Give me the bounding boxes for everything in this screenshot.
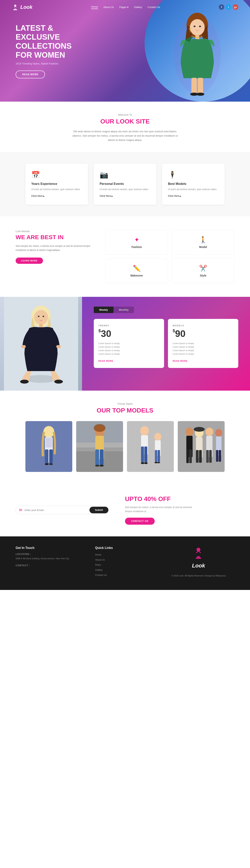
footer-contact-label: CONTACT : [15, 564, 87, 567]
logo[interactable]: Look [12, 3, 32, 10]
fashion-icon: ✦ [134, 236, 139, 244]
svg-rect-7 [191, 78, 197, 93]
nav-contact[interactable]: Contact Us [148, 6, 160, 9]
footer-link-plans[interactable]: Plans [95, 563, 155, 566]
svg-point-47 [140, 426, 149, 436]
svg-point-58 [157, 462, 160, 463]
twitter-link[interactable]: t [226, 4, 231, 10]
feature-card-1: 📷 Personal Events Ul enim ad minima veni… [94, 164, 156, 205]
email-input[interactable] [25, 509, 89, 512]
pricing-plan-0: TRENDY [98, 324, 159, 327]
feature-title-1: Personal Events [100, 182, 150, 186]
feature-icon-1: 📷 [100, 171, 150, 179]
svg-point-11 [189, 28, 191, 30]
best-card-makeover: ✏️ Makeover [105, 258, 168, 283]
svg-point-17 [38, 316, 39, 317]
models-subtitle: Trendy Styles [12, 402, 238, 405]
newsletter-submit-button[interactable]: Submit [89, 507, 108, 513]
svg-point-20 [20, 380, 29, 383]
footer-link-contact[interactable]: Contact Us [95, 573, 155, 577]
pricing-left-image [0, 297, 82, 391]
feature-title-2: Best Models [168, 182, 219, 186]
footer-link-home[interactable]: Home [95, 553, 155, 556]
svg-rect-41 [100, 450, 103, 465]
svg-point-3 [190, 19, 205, 36]
feature-link-0[interactable]: Click Here [31, 195, 44, 197]
pricing-price-0: $30 [98, 328, 159, 339]
svg-rect-68 [196, 450, 199, 463]
pricing-features-1: Lorem Ipsum is simply Lorem Ipsum is sim… [173, 342, 233, 355]
pricing-tabs: Weekly Monthly [94, 307, 134, 313]
models-title: OUR TOP MODELS [12, 407, 238, 414]
svg-rect-63 [186, 450, 189, 463]
svg-point-53 [154, 433, 161, 441]
svg-point-4 [193, 26, 195, 27]
best-card-style: ✂️ Style [172, 258, 235, 283]
footer-link-about[interactable]: About Us [95, 558, 155, 561]
email-icon: ✉ [19, 508, 22, 513]
pricing-price-1: $90 [173, 328, 233, 339]
svg-rect-46 [127, 421, 174, 472]
hero-title: LATEST & EXCLUSIVE COLLECTIONS FOR WOMEN [15, 24, 90, 59]
footer-logo-icon [193, 546, 204, 561]
nav-gallery[interactable]: Gallery [134, 6, 142, 9]
feature-icon-0: 📅 [31, 171, 82, 179]
nav-pages[interactable]: Pages ▾ [119, 6, 128, 9]
best-cta-button[interactable]: LEARN MORE [15, 257, 43, 264]
offer-description: Sed semper leo metus, a lacinia eros sem… [125, 505, 195, 513]
model-card-4 [178, 421, 225, 472]
pricing-cta-0[interactable]: READ MORE [98, 360, 113, 362]
welcome-subtitle: Welcome To [20, 113, 230, 116]
svg-point-32 [49, 463, 53, 465]
pricing-feature-0-1: Lorem Ipsum is simply [98, 346, 159, 348]
feature-link-2[interactable]: Click Here [168, 195, 181, 197]
features-grid: 📅 Years Experience Ul enim ad minima ven… [15, 164, 235, 205]
footer-grid: Get In Touch LOCATION : 8088 4 4th block… [15, 546, 235, 578]
best-card-label-makeover: Makeover [130, 274, 143, 277]
feature-title-0: Years Experience [31, 182, 82, 186]
best-card-label-style: Style [200, 274, 206, 277]
style-icon: ✂️ [199, 265, 207, 272]
nav-about[interactable]: About Us [103, 6, 114, 9]
pricing-cta-1[interactable]: READ MORE [173, 360, 187, 362]
pricing-tab-monthly[interactable]: Monthly [114, 307, 134, 313]
facebook-link[interactable]: f [219, 4, 224, 10]
footer-location-value: 8088 4 4th block building, Honey Avenue.… [15, 557, 87, 561]
svg-point-16 [34, 310, 48, 325]
svg-point-42 [95, 465, 99, 467]
svg-point-66 [194, 427, 205, 432]
pricing-cards: TRENDY $30 Lorem Ipsum is simply Lorem I… [94, 319, 238, 368]
best-card-label-fashion: Fashion [131, 245, 142, 249]
nav-links: Home About Us Pages ▾ Gallery Contact Us [91, 5, 160, 9]
model-card-3 [127, 421, 174, 472]
svg-rect-49 [141, 446, 144, 462]
contact-us-button[interactable]: CONTACT US [125, 518, 155, 525]
footer-links-list: Home About Us Plans Gallery Contact Us [95, 553, 155, 577]
makeover-icon: ✏️ [133, 265, 140, 272]
nav-home[interactable]: Home [91, 5, 98, 9]
svg-point-44 [94, 424, 105, 432]
svg-point-10 [196, 93, 204, 96]
best-card-label-model: Model [199, 245, 207, 249]
svg-rect-73 [209, 450, 212, 463]
feature-desc-1: Ul enim ad minima veniam, quis nostrum u… [100, 188, 150, 191]
pricing-feature-1-0: Lorem Ipsum is simply [173, 342, 233, 344]
feature-icon-2: 🕴️ [168, 171, 219, 179]
footer-link-gallery[interactable]: Gallery [95, 568, 155, 571]
svg-rect-29 [45, 450, 49, 463]
feature-card-2: 🕴️ Best Models Ul enim ad minima veniam,… [162, 164, 225, 205]
model-card-2 [76, 421, 123, 472]
nav-social: f t g+ [219, 4, 238, 10]
hero-cta-button[interactable]: READ MORE [15, 70, 45, 79]
logo-icon [12, 3, 19, 10]
pricing-tab-weekly[interactable]: Weekly [94, 307, 114, 313]
model-card-1 [25, 421, 72, 472]
footer-copyright: © 2018 Look. All Rights Reserved | Desig… [171, 574, 226, 578]
svg-rect-64 [189, 450, 192, 463]
pricing-feature-0-0: Lorem Ipsum is simply [98, 342, 159, 344]
feature-link-1[interactable]: Click Here [100, 195, 113, 197]
pricing-feature-1-1: Lorem Ipsum is simply [173, 346, 233, 348]
googleplus-link[interactable]: g+ [233, 4, 238, 10]
footer-links-title: Quick Links [95, 546, 155, 550]
footer-contact-title: Get In Touch [15, 546, 87, 550]
